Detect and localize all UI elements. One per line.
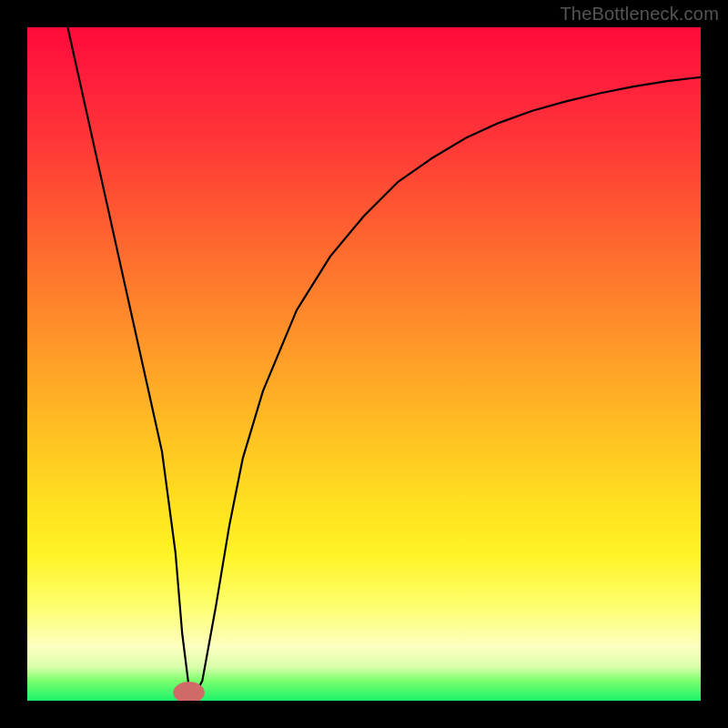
watermark-text: TheBottleneck.com bbox=[560, 4, 719, 25]
curve-svg bbox=[27, 27, 701, 701]
plot-area bbox=[27, 27, 701, 701]
bottleneck-curve bbox=[67, 27, 701, 694]
chart-frame: TheBottleneck.com bbox=[0, 0, 728, 728]
optimum-marker bbox=[174, 682, 205, 701]
